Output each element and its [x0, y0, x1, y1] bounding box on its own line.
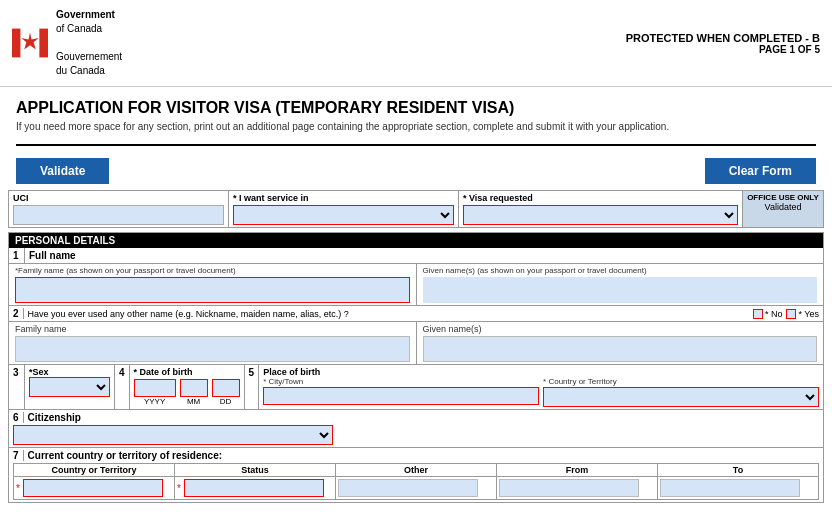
res-from-input[interactable] [499, 479, 639, 497]
residence-section: 7 Current country or territory of reside… [9, 448, 823, 502]
dob-dd-group: DD [212, 379, 240, 406]
given-name-input[interactable] [423, 277, 818, 303]
visa-select[interactable] [463, 205, 738, 225]
row2-num: 2 [13, 308, 24, 319]
other-name-fields: Family name Given name(s) [9, 322, 823, 364]
other-given-label: Given name(s) [423, 324, 818, 334]
residence-num: 7 [13, 450, 24, 461]
visa-field: * Visa requested [459, 191, 743, 227]
dob-mm-label: MM [187, 397, 200, 406]
pob-city-label: * City/Town [263, 377, 539, 386]
family-name-input[interactable] [15, 277, 410, 303]
no-option[interactable]: * No [753, 309, 783, 319]
pob-field: Place of birth * City/Town * Country or … [259, 365, 823, 409]
canada-flag-icon [12, 25, 48, 61]
res-other-input[interactable] [338, 479, 478, 497]
yes-label: * Yes [798, 309, 819, 319]
other-given-input[interactable] [423, 336, 818, 362]
citizenship-section: 6 Citizenship [9, 410, 823, 448]
dob-mm-group: MM [180, 379, 208, 406]
dob-yyyy-group: YYYY [134, 379, 176, 406]
clear-form-button[interactable]: Clear Form [705, 158, 816, 184]
res-status-input[interactable] [184, 479, 324, 497]
dob-yyyy-input[interactable] [134, 379, 176, 397]
dob-label: * Date of birth [134, 367, 240, 377]
other-family-input[interactable] [15, 336, 410, 362]
pob-num: 5 [245, 365, 260, 409]
res-to-cell [658, 477, 818, 499]
other-family-label: Family name [15, 324, 410, 334]
title-section: APPLICATION FOR VISITOR VISA (TEMPORARY … [0, 87, 832, 138]
col-from: From [497, 464, 658, 476]
family-name-label: *Family name (as shown on your passport … [15, 266, 410, 275]
residence-inputs: * * [13, 477, 819, 500]
app-title: APPLICATION FOR VISITOR VISA (TEMPORARY … [16, 99, 816, 117]
pob-inputs: * City/Town * Country or Territory [263, 377, 819, 407]
citizenship-select[interactable] [13, 425, 333, 445]
yes-option[interactable]: * Yes [786, 309, 819, 319]
full-name-header: 1 Full name [9, 248, 823, 264]
given-name-label: Given name(s) (as shown on your passport… [423, 266, 818, 275]
no-radio[interactable] [753, 309, 763, 319]
sex-label: *Sex [29, 367, 110, 377]
pob-city-group: * City/Town [263, 377, 539, 407]
given-name-field: Given name(s) (as shown on your passport… [417, 264, 824, 305]
dob-dd-label: DD [220, 397, 232, 406]
full-name-fields: *Family name (as shown on your passport … [9, 264, 823, 306]
uci-input[interactable] [13, 205, 224, 225]
col-country: Country or Territory [14, 464, 175, 476]
protected-label: PROTECTED WHEN COMPLETED - B PAGE 1 OF 5 [626, 32, 820, 55]
service-field: * I want service in [229, 191, 459, 227]
uci-label: UCI [13, 193, 224, 203]
toolbar: Validate Clear Form [0, 152, 832, 190]
personal-details-header: PERSONAL DETAILS [9, 233, 823, 248]
citizenship-num: 6 [13, 412, 24, 423]
residence-header: 7 Current country or territory of reside… [13, 450, 819, 461]
other-name-header: 2 Have you ever used any other name (e.g… [9, 306, 823, 322]
dob-mm-input[interactable] [180, 379, 208, 397]
dob-num: 4 [115, 365, 130, 409]
uci-field: UCI [9, 191, 229, 227]
yes-radio[interactable] [786, 309, 796, 319]
res-country-input[interactable] [23, 479, 163, 497]
row3-num: 3 [9, 365, 25, 409]
other-name-section: 2 Have you ever used any other name (e.g… [9, 306, 823, 365]
family-name-field: *Family name (as shown on your passport … [9, 264, 417, 305]
app-subtitle: If you need more space for any section, … [16, 121, 816, 132]
res-to-input[interactable] [660, 479, 800, 497]
other-name-question: Have you ever used any other name (e.g. … [28, 309, 753, 319]
pob-label: Place of birth [263, 367, 819, 377]
validate-button[interactable]: Validate [16, 158, 109, 184]
title-divider [16, 144, 816, 146]
dob-dd-input[interactable] [212, 379, 240, 397]
other-given-field: Given name(s) [417, 322, 824, 364]
dob-field: * Date of birth YYYY MM DD [130, 365, 245, 409]
service-label: * I want service in [233, 193, 454, 203]
pob-city-input[interactable] [263, 387, 539, 405]
res-from-cell [497, 477, 658, 499]
residence-label: Current country or territory of residenc… [28, 450, 222, 461]
top-fields-row: UCI * I want service in * Visa requested… [8, 190, 824, 228]
pob-country-label: * Country or Territory [543, 377, 819, 386]
residence-columns: Country or Territory Status Other From T… [13, 463, 819, 477]
other-name-options: * No * Yes [753, 309, 819, 319]
full-name-title: Full name [25, 248, 80, 263]
other-family-field: Family name [9, 322, 417, 364]
sex-select[interactable] [29, 377, 110, 397]
sex-dob-pob-row: 3 *Sex 4 * Date of birth YYYY MM DD [9, 365, 823, 410]
res-status-cell: * [175, 477, 336, 499]
res-country-cell: * [14, 477, 175, 499]
no-label: * No [765, 309, 783, 319]
pob-country-select[interactable] [543, 387, 819, 407]
col-status: Status [175, 464, 336, 476]
res-other-cell [336, 477, 497, 499]
sex-field: *Sex [25, 365, 115, 409]
visa-label: * Visa requested [463, 193, 738, 203]
svg-rect-2 [39, 29, 48, 58]
row1-num: 1 [9, 248, 25, 263]
citizenship-label: Citizenship [28, 412, 81, 423]
col-to: To [658, 464, 818, 476]
office-use-field: OFFICE USE ONLY Validated [743, 191, 823, 227]
service-select[interactable] [233, 205, 454, 225]
pob-country-group: * Country or Territory [543, 377, 819, 407]
